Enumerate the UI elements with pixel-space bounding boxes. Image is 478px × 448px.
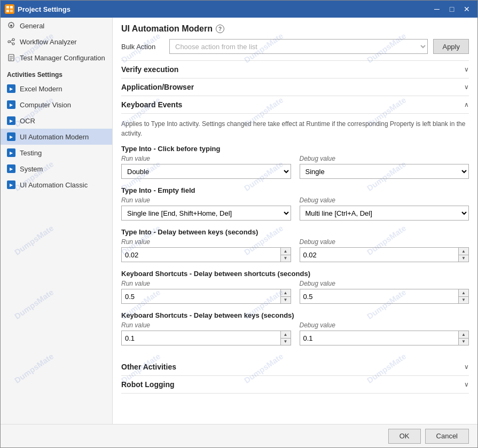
testing-icon: [7, 148, 15, 157]
type-into-delay-debug-spinbox: ▲ ▼: [300, 247, 469, 262]
kb-shortcuts-delay-run-col: Run value ▲ ▼: [121, 280, 291, 304]
section-robot-logging-header[interactable]: Robot Logging ∨: [121, 376, 469, 394]
panel-header: UI Automation Modern ?: [121, 24, 469, 34]
sidebar-item-workflow-analyzer[interactable]: Workflow Analyzer: [1, 34, 112, 50]
type-into-click-before-typing-group: Type Into - Click before typing Run valu…: [121, 145, 469, 179]
sidebar-item-cv-label: Computer Vision: [20, 101, 71, 109]
svg-point-7: [12, 43, 14, 45]
close-button[interactable]: ✕: [460, 4, 473, 14]
kb-shortcuts-keys-delay-debug-arrows: ▲ ▼: [458, 331, 468, 345]
maximize-button[interactable]: □: [445, 4, 458, 14]
type-into-delay-debug-down[interactable]: ▼: [459, 255, 468, 262]
sidebar-item-ui-automation-classic[interactable]: UI Automation Classic: [1, 177, 112, 193]
bulk-action-label: Bulk Action: [121, 43, 164, 51]
section-other-activities-header[interactable]: Other Activities ∨: [121, 358, 469, 376]
type-into-delay-run-spinbox: ▲ ▼: [121, 247, 291, 262]
sidebar-item-system-label: System: [20, 165, 43, 173]
svg-rect-2: [6, 10, 9, 12]
kb-shortcuts-keys-delay-debug-spinbox: ▲ ▼: [300, 331, 469, 345]
sidebar-item-ui-auto-modern-label: UI Automation Modern: [20, 133, 89, 141]
kb-shortcuts-keys-delay-run-up[interactable]: ▲: [281, 331, 291, 339]
section-verify-execution-title: Verify execution: [121, 65, 178, 74]
app-icon: [5, 4, 14, 14]
kb-shortcuts-keys-delay-debug-down[interactable]: ▼: [459, 339, 468, 345]
sidebar-item-testing[interactable]: Testing: [1, 145, 112, 161]
kb-shortcuts-delay-run-input[interactable]: [122, 289, 280, 303]
kb-shortcuts-keys-delay-run-arrows: ▲ ▼: [280, 331, 291, 345]
workflow-icon: [7, 37, 15, 46]
section-keyboard-events-title: Keyboard Events: [121, 100, 182, 109]
ok-button[interactable]: OK: [388, 429, 421, 444]
type-into-empty-run-select[interactable]: Single line [End, Shift+Home, Del] Multi…: [121, 206, 291, 221]
section-app-browser-header[interactable]: Application/Browser ∨: [121, 78, 469, 96]
panel-title-text: UI Automation Modern: [121, 24, 213, 34]
bulk-action-select[interactable]: Choose action from the list: [169, 39, 428, 54]
minimize-button[interactable]: ─: [430, 4, 443, 14]
kb-shortcuts-delay-run-up[interactable]: ▲: [281, 289, 291, 297]
kb-shortcuts-keys-delay-group: Keyboard Shortcuts - Delay between keys …: [121, 311, 469, 345]
section-other-activities-title: Other Activities: [121, 363, 176, 371]
sidebar-item-test-manager-label: Test Manager Configuration: [20, 54, 105, 62]
sidebar-item-general[interactable]: General: [1, 18, 112, 34]
kb-shortcuts-delay-debug-spinbox: ▲ ▼: [300, 289, 469, 304]
section-verify-execution-chevron: ∨: [464, 66, 469, 73]
svg-point-5: [8, 41, 10, 43]
type-into-empty-debug-select[interactable]: Multi line [Ctrl+A, Del] Single line [En…: [300, 206, 469, 221]
kb-shortcuts-delay-run-label: Run value: [121, 280, 291, 287]
kb-shortcuts-keys-delay-debug-up[interactable]: ▲: [459, 331, 468, 339]
svg-point-6: [12, 38, 14, 41]
section-keyboard-events-content: Applies to Type Into activity. Settings …: [121, 114, 469, 358]
kb-shortcuts-delay-debug-down[interactable]: ▼: [459, 297, 468, 304]
kb-shortcuts-keys-delay-run-label: Run value: [121, 321, 291, 329]
kb-shortcuts-delay-debug-col: Debug value ▲ ▼: [300, 280, 469, 304]
panel-title-area: UI Automation Modern ?: [121, 24, 224, 34]
apply-button[interactable]: Apply: [433, 39, 469, 54]
type-into-click-run-select[interactable]: Double Single None: [121, 164, 291, 179]
window-title: Project Settings: [18, 5, 70, 13]
section-verify-execution-header[interactable]: Verify execution ∨: [121, 60, 469, 78]
kb-shortcuts-delay-debug-input[interactable]: [300, 289, 459, 303]
type-into-delay-run-col: Run value ▲ ▼: [121, 238, 291, 262]
kb-shortcuts-delay-debug-arrows: ▲ ▼: [458, 289, 468, 303]
kb-shortcuts-keys-delay-fields: Run value ▲ ▼ Debug value: [121, 321, 469, 345]
section-other-activities-chevron: ∨: [464, 363, 469, 371]
kb-shortcuts-delay-debug-up[interactable]: ▲: [459, 289, 468, 297]
svg-rect-1: [10, 6, 13, 9]
type-into-empty-fields: Run value Single line [End, Shift+Home, …: [121, 197, 469, 221]
sidebar-item-testing-label: Testing: [20, 149, 42, 157]
sidebar-item-ui-automation-modern[interactable]: UI Automation Modern: [1, 129, 112, 145]
kb-shortcuts-delay-run-arrows: ▲ ▼: [280, 289, 291, 303]
info-icon[interactable]: ?: [216, 25, 224, 33]
kb-shortcuts-keys-delay-debug-input[interactable]: [300, 331, 459, 345]
type-into-click-fields: Run value Double Single None Debug value…: [121, 155, 469, 179]
right-panel: UI Automation Modern ? Bulk Action Choos…: [113, 18, 477, 424]
sidebar-item-excel-modern[interactable]: Excel Modern: [1, 81, 112, 97]
kb-shortcuts-delay-run-down[interactable]: ▼: [281, 297, 291, 304]
sidebar-item-ocr[interactable]: OCR: [1, 113, 112, 129]
kb-shortcuts-keys-delay-debug-label: Debug value: [300, 321, 469, 329]
section-keyboard-events-header[interactable]: Keyboard Events ∧: [121, 96, 469, 114]
sidebar-item-system[interactable]: System: [1, 161, 112, 177]
sidebar-item-test-manager[interactable]: Test Manager Configuration: [1, 50, 112, 66]
type-into-empty-field-group: Type Into - Empty field Run value Single…: [121, 186, 469, 221]
footer: OK Cancel: [1, 424, 477, 447]
kb-shortcuts-keys-delay-title: Keyboard Shortcuts - Delay between keys …: [121, 311, 469, 319]
type-into-delay-debug-input[interactable]: [300, 248, 459, 262]
type-into-delay-title: Type Into - Delay between keys (seconds): [121, 228, 469, 236]
kb-shortcuts-keys-delay-run-input[interactable]: [122, 331, 280, 345]
type-into-delay-debug-label: Debug value: [300, 238, 469, 246]
kb-shortcuts-keys-delay-run-col: Run value ▲ ▼: [121, 321, 291, 345]
type-into-delay-run-down[interactable]: ▼: [281, 255, 291, 262]
sidebar: General Workflow Analyzer: [1, 18, 113, 424]
gear-icon: [7, 21, 15, 30]
cancel-button[interactable]: Cancel: [425, 429, 469, 444]
kb-shortcuts-keys-delay-run-down[interactable]: ▼: [281, 339, 291, 345]
type-into-click-debug-select[interactable]: Single Double None: [300, 164, 469, 179]
kb-shortcuts-delay-title: Keyboard Shortcuts - Delay between short…: [121, 270, 469, 278]
sidebar-item-computer-vision[interactable]: Computer Vision: [1, 97, 112, 113]
section-robot-logging-title: Robot Logging: [121, 380, 175, 389]
type-into-delay-run-up[interactable]: ▲: [281, 248, 291, 255]
type-into-delay-debug-up[interactable]: ▲: [459, 248, 468, 255]
excel-icon: [7, 84, 15, 93]
type-into-delay-run-input[interactable]: [122, 248, 280, 262]
